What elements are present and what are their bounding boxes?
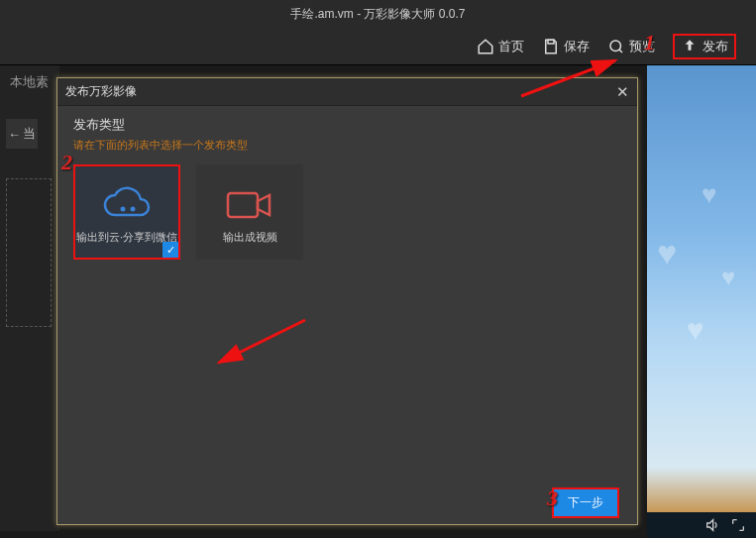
- heart-icon: ♥: [721, 264, 735, 291]
- home-icon: [477, 38, 494, 55]
- svg-point-1: [610, 41, 621, 52]
- heart-icon: ♥: [657, 234, 677, 272]
- local-label: 本地素: [0, 65, 59, 99]
- modal-body: 发布类型 请在下面的列表中选择一个发布类型 输出到云·分享到微信 ✓: [57, 106, 637, 481]
- section-title: 发布类型: [73, 116, 621, 134]
- publish-button[interactable]: 发布: [673, 34, 736, 59]
- publish-options: 输出到云·分享到微信 ✓ 输出成视频: [73, 164, 621, 260]
- titlebar: 手绘.am.vm - 万彩影像大师 0.0.7: [0, 0, 756, 28]
- save-label: 保存: [564, 38, 590, 55]
- home-label: 首页: [498, 38, 524, 55]
- drop-placeholder[interactable]: [6, 178, 52, 327]
- annotation-1: 1: [644, 30, 655, 55]
- annotation-2: 2: [61, 150, 72, 175]
- left-sidebar: 本地素 ←当: [0, 65, 59, 531]
- heart-icon: ♥: [702, 179, 716, 210]
- option-video[interactable]: 输出成视频: [196, 164, 303, 260]
- modal-title: 发布万彩影像: [65, 83, 137, 100]
- cloud-icon: [99, 180, 155, 230]
- svg-rect-0: [548, 40, 554, 44]
- check-icon: ✓: [162, 242, 178, 258]
- option-video-label: 输出成视频: [223, 230, 277, 245]
- volume-icon[interactable]: [704, 517, 720, 533]
- svg-point-3: [131, 206, 136, 211]
- option-cloud[interactable]: 输出到云·分享到微信 ✓: [73, 164, 180, 260]
- video-icon: [225, 180, 274, 230]
- back-label: 当: [23, 125, 36, 143]
- section-hint: 请在下面的列表中选择一个发布类型: [73, 138, 621, 153]
- next-label: 下一步: [568, 495, 603, 509]
- home-button[interactable]: 首页: [477, 38, 524, 55]
- publish-modal: 发布万彩影像 ✕ 发布类型 请在下面的列表中选择一个发布类型 输出到云·分享到微…: [56, 77, 638, 525]
- back-button[interactable]: ←当: [6, 119, 38, 149]
- app-title: 手绘.am.vm - 万彩影像大师 0.0.7: [290, 6, 465, 23]
- modal-header: 发布万彩影像 ✕: [57, 78, 637, 106]
- close-icon[interactable]: ✕: [616, 83, 629, 101]
- svg-rect-4: [228, 193, 258, 217]
- fullscreen-icon[interactable]: [730, 517, 746, 533]
- preview-icon: [607, 38, 625, 55]
- upload-icon: [681, 38, 699, 55]
- player-bar: [647, 512, 756, 538]
- next-button[interactable]: 下一步: [552, 487, 619, 518]
- svg-point-2: [121, 206, 126, 211]
- save-button[interactable]: 保存: [542, 38, 590, 55]
- heart-icon: ♥: [687, 313, 704, 347]
- preview-panel: ♥ ♥ ♥ ♥: [647, 65, 756, 538]
- annotation-3: 3: [547, 485, 558, 511]
- toolbar: 首页 保存 预览 发布: [0, 28, 756, 65]
- save-icon: [542, 38, 560, 55]
- publish-label: 发布: [702, 38, 728, 55]
